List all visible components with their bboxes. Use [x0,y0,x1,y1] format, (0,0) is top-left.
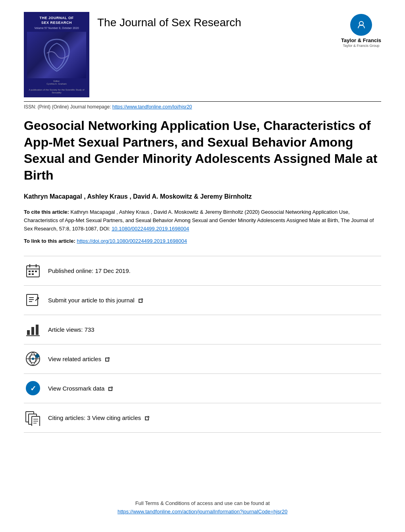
action-list: Published online: 17 Dec 2019. Submit yo… [24,256,381,433]
calendar-icon [24,262,42,280]
cover-subtitle: Volume 57 Number 8, October 2020 [34,27,79,29]
issn-link[interactable]: https://www.tandfonline.com/loi/hjsr20 [112,104,192,110]
tf-logo-text: Taylor & Francis [341,37,381,44]
chart-icon [24,321,42,339]
crossmark-text: View Crossmark data [48,385,113,392]
article-link[interactable]: https://doi.org/10.1080/00224499.2019.16… [77,238,187,244]
published-text: Published online: 17 Dec 2019. [48,267,131,274]
svg-rect-9 [29,273,31,275]
submit-link[interactable]: Submit your article to this journal [48,297,136,304]
crossmark-link[interactable]: View Crossmark data [48,385,106,392]
header-divider [24,101,381,102]
svg-rect-7 [32,271,34,272]
citation-label: To cite this article: [24,209,69,215]
citation-text: Kathryn Macapagal , Ashley Kraus , David… [24,209,374,232]
tf-logo-subtext: Taylor & Francis Group [343,44,380,48]
citation-doi-link[interactable]: 10.1080/00224499.2019.1698004 [112,226,189,232]
submit-text: Submit your article to this journal [48,297,143,304]
crossmark-icon: ✓ [24,379,42,397]
citing-text: Citing articles: 3 View citing articles [48,414,150,421]
action-item-crossmark[interactable]: ✓ View Crossmark data [24,373,381,403]
related-link[interactable]: View related articles [48,356,103,362]
header: The Journal ofSex Research Volume 57 Num… [24,12,381,97]
citation-block: To cite this article: Kathryn Macapagal … [24,208,381,233]
svg-rect-10 [32,273,34,275]
citing-external-icon [144,416,150,421]
issn-line: ISSN: (Print) (Online) Journal homepage:… [24,104,381,110]
related-text: View related articles [48,356,110,362]
external-link-icon [138,298,143,304]
page-footer: Full Terms & Conditions of access and us… [0,499,405,516]
authors: Kathryn Macapagal , Ashley Kraus , David… [24,193,381,200]
cover-title: The Journal ofSex Research [40,16,74,25]
citing-icon [24,409,42,427]
cover-footer: EditorCynthia A. GrahamA publication of … [27,80,86,94]
related-external-icon [104,357,110,362]
svg-text:✓: ✓ [30,385,36,393]
related-icon [24,350,42,368]
svg-rect-12 [27,330,30,335]
action-item-citing[interactable]: Citing articles: 3 View citing articles [24,403,381,433]
submit-icon [24,291,42,309]
action-item-related[interactable]: View related articles [24,344,381,373]
svg-rect-8 [35,271,37,272]
page: The Journal ofSex Research Volume 57 Num… [0,0,405,532]
footer-link[interactable]: https://www.tandfonline.com/action/journ… [118,509,287,515]
article-title: Geosocial Networking Application Use, Ch… [24,118,381,184]
action-item-views: Article views: 733 [24,315,381,344]
action-item-published: Published online: 17 Dec 2019. [24,256,381,285]
link-label: To link to this article: [24,238,75,244]
cover-image [27,32,86,78]
crossmark-external-icon [108,386,113,392]
journal-name-block: The Journal of Sex Research [97,12,241,29]
svg-rect-13 [31,327,34,335]
footer-line1: Full Terms & Conditions of access and us… [0,499,405,508]
tf-logo-circle [350,14,372,36]
action-item-submit[interactable]: Submit your article to this journal [24,285,381,315]
journal-cover: The Journal ofSex Research Volume 57 Num… [24,12,89,97]
views-text: Article views: 733 [48,326,94,333]
citing-link[interactable]: Citing articles: 3 View citing articles [48,414,143,421]
svg-rect-6 [29,271,31,272]
tf-logo: Taylor & Francis Taylor & Francis Group [341,12,381,48]
svg-rect-14 [36,325,39,335]
svg-point-20 [35,354,39,358]
link-line: To link to this article: https://doi.org… [24,238,381,244]
svg-point-19 [32,358,34,360]
header-left: The Journal ofSex Research Volume 57 Num… [24,12,241,97]
journal-name: The Journal of Sex Research [97,16,241,29]
